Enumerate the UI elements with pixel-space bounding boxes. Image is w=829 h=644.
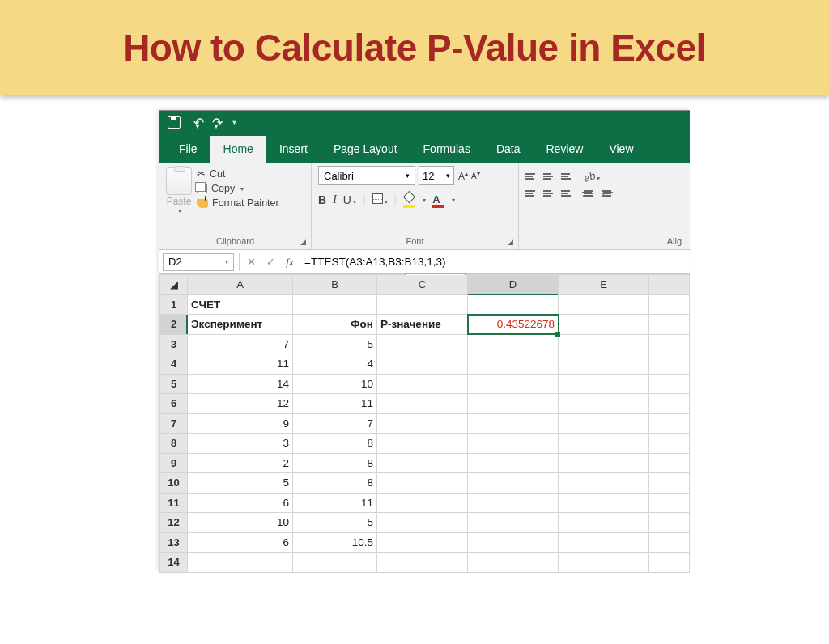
cell[interactable] <box>468 334 559 354</box>
tab-review[interactable]: Review <box>534 136 597 163</box>
cell[interactable] <box>468 374 559 394</box>
cell[interactable] <box>468 493 559 513</box>
save-icon[interactable] <box>168 116 181 129</box>
col-header-C[interactable]: C <box>377 275 468 295</box>
cell[interactable]: 6 <box>188 532 293 553</box>
cell[interactable] <box>377 453 468 473</box>
cell[interactable] <box>559 294 649 315</box>
formula-input[interactable]: =TTEST(A3:A13,B3:B13,1,3) Formula Bar <box>300 256 690 268</box>
cell[interactable] <box>377 374 468 394</box>
cell[interactable] <box>649 434 690 454</box>
cell[interactable] <box>649 532 690 553</box>
spreadsheet-grid[interactable]: ◢ A B C D E 1СЧЕТ 2ЭкспериментФонР-значе… <box>159 274 690 573</box>
align-bottom-button[interactable] <box>561 173 571 180</box>
row-header[interactable]: 2 <box>160 315 188 335</box>
cell[interactable] <box>649 374 690 394</box>
cell[interactable]: 6 <box>188 493 293 513</box>
cell[interactable] <box>377 532 468 553</box>
bold-button[interactable]: B <box>318 193 326 206</box>
cell[interactable] <box>468 294 559 315</box>
row-header[interactable]: 10 <box>160 473 188 494</box>
cell[interactable] <box>468 532 559 553</box>
qat-customize[interactable]: ▼ <box>231 118 238 126</box>
cell[interactable]: 3 <box>188 434 293 454</box>
fill-color-button[interactable] <box>403 192 414 208</box>
col-header-F[interactable] <box>649 275 690 295</box>
cell[interactable] <box>559 394 649 414</box>
cell[interactable]: 8 <box>293 473 377 494</box>
cancel-formula-button[interactable]: ✕ <box>241 256 261 268</box>
tab-page-layout[interactable]: Page Layout <box>321 136 410 163</box>
align-left-button[interactable] <box>525 190 535 197</box>
cell[interactable] <box>377 553 468 573</box>
row-header[interactable]: 14 <box>160 553 188 573</box>
cell[interactable] <box>559 413 649 434</box>
font-name-select[interactable]: Calibri▾ <box>318 166 415 185</box>
cell[interactable] <box>188 553 293 573</box>
cell[interactable] <box>559 553 649 573</box>
cell[interactable]: Фон <box>293 315 377 335</box>
cell[interactable]: 14 <box>188 374 293 394</box>
tab-insert[interactable]: Insert <box>266 136 321 163</box>
cell[interactable] <box>559 374 649 394</box>
cell[interactable] <box>377 493 468 513</box>
shrink-font-button[interactable]: A▾ <box>470 168 481 184</box>
align-center-button[interactable] <box>543 190 553 197</box>
cell[interactable] <box>377 354 468 375</box>
row-header[interactable]: 12 <box>160 513 188 533</box>
cell[interactable] <box>293 294 377 315</box>
cell[interactable] <box>559 532 649 553</box>
cell[interactable] <box>559 493 649 513</box>
borders-icon[interactable] <box>372 193 383 204</box>
cell[interactable]: 5 <box>293 513 377 533</box>
orientation-icon[interactable]: ab <box>582 169 597 184</box>
align-middle-button[interactable] <box>543 173 553 180</box>
chevron-down-icon[interactable]: ▾ <box>385 198 388 205</box>
cell[interactable] <box>468 413 559 434</box>
undo-button[interactable]: ↶▾ <box>193 115 199 130</box>
cell[interactable] <box>649 334 690 354</box>
cell[interactable] <box>559 334 649 354</box>
align-right-button[interactable] <box>561 190 571 197</box>
col-header-A[interactable]: A <box>188 275 293 295</box>
dialog-launcher-icon[interactable]: ◢ <box>300 238 306 246</box>
row-header[interactable]: 4 <box>160 354 188 375</box>
row-header[interactable]: 5 <box>160 374 188 394</box>
cell[interactable]: 11 <box>293 493 377 513</box>
grow-font-button[interactable]: A▴ <box>457 168 469 184</box>
align-top-button[interactable] <box>525 173 535 180</box>
chevron-down-icon[interactable]: ▾ <box>353 198 356 205</box>
cell[interactable] <box>649 513 690 533</box>
cell[interactable]: 8 <box>293 453 377 473</box>
cell[interactable] <box>559 434 649 454</box>
cell[interactable] <box>649 294 690 315</box>
row-header[interactable]: 11 <box>160 493 188 513</box>
paste-button[interactable]: Paste ▾ <box>166 166 192 214</box>
col-header-B[interactable]: B <box>293 275 377 295</box>
cell[interactable] <box>649 394 690 414</box>
cell[interactable] <box>468 473 559 494</box>
cell[interactable]: Р-значение <box>377 315 468 335</box>
cell[interactable] <box>559 354 649 375</box>
cell[interactable] <box>468 354 559 375</box>
cell[interactable] <box>377 413 468 434</box>
font-size-select[interactable]: 12▾ <box>419 166 454 185</box>
row-header[interactable]: 1 <box>160 294 188 315</box>
redo-button[interactable]: ↷▾ <box>212 115 218 130</box>
tab-view[interactable]: View <box>596 136 646 163</box>
dialog-launcher-icon[interactable]: ◢ <box>508 238 513 246</box>
name-box[interactable]: D2▾ <box>163 253 234 271</box>
cell[interactable]: 4 <box>293 354 377 375</box>
cell-selected[interactable]: 0.43522678 <box>468 315 559 335</box>
cell[interactable] <box>377 513 468 533</box>
copy-button[interactable]: Copy▾ <box>197 183 279 194</box>
cell[interactable] <box>559 453 649 473</box>
cell[interactable]: 7 <box>188 334 293 354</box>
underline-button[interactable]: U <box>343 193 351 206</box>
row-header[interactable]: 9 <box>160 453 188 473</box>
fx-button[interactable]: fx <box>280 256 300 269</box>
cell[interactable]: 10 <box>293 374 377 394</box>
cell[interactable] <box>468 394 559 414</box>
cell[interactable] <box>293 553 377 573</box>
select-all-corner[interactable]: ◢ <box>160 275 188 295</box>
